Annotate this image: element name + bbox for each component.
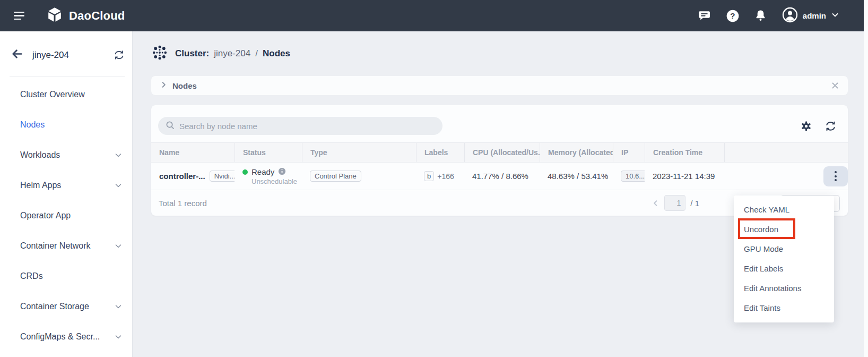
sidebar-item-helm-apps[interactable]: Helm Apps xyxy=(0,170,132,200)
switch-cluster-icon[interactable] xyxy=(114,49,125,61)
table-row: controller-... Nvidi... Ready Unschedula… xyxy=(151,163,848,190)
sidebar-item-container-network[interactable]: Container Network xyxy=(0,231,132,261)
status-label: Ready xyxy=(251,167,274,176)
sidebar-item-nodes[interactable]: Nodes xyxy=(0,109,132,140)
settings-gear-icon[interactable] xyxy=(799,119,813,133)
breadcrumb-page-title: Nodes xyxy=(263,48,290,59)
notification-bell-icon[interactable] xyxy=(754,9,768,23)
chevron-down-icon xyxy=(114,302,123,311)
row-actions-kebab-button[interactable] xyxy=(823,166,848,186)
brand[interactable]: DaoCloud xyxy=(46,6,125,26)
sidebar-menu: Cluster Overview Nodes Workloads Helm Ap… xyxy=(0,77,132,352)
sidebar-item-workloads[interactable]: Workloads xyxy=(0,140,132,170)
node-actions-context-menu: Check YAML Uncordon GPU Mode Edit Labels… xyxy=(734,196,834,322)
cluster-dots-icon xyxy=(151,44,168,63)
sidebar-item-container-storage[interactable]: Container Storage xyxy=(0,291,132,321)
user-menu[interactable]: admin xyxy=(782,7,839,25)
brand-name: DaoCloud xyxy=(69,9,125,23)
page-number-input[interactable] xyxy=(664,195,685,211)
chevron-down-icon xyxy=(114,151,123,159)
column-header-ip[interactable]: IP xyxy=(613,143,645,162)
page-count-label: / 1 xyxy=(690,199,699,208)
column-header-cpu[interactable]: CPU (Allocated/Us... xyxy=(464,143,540,162)
column-header-status[interactable]: Status xyxy=(235,143,302,162)
sidebar-item-crds[interactable]: CRDs xyxy=(0,261,132,291)
chevron-down-icon xyxy=(114,242,123,250)
search-icon xyxy=(166,121,175,132)
tab-nodes[interactable]: Nodes xyxy=(172,81,197,90)
pagination-prev-icon[interactable] xyxy=(652,199,659,207)
search-input[interactable] xyxy=(179,122,435,131)
menu-item-gpu-mode[interactable]: GPU Mode xyxy=(734,239,834,259)
status-unschedulable-label: Unschedulable xyxy=(251,177,297,185)
chevron-down-icon xyxy=(114,333,123,341)
menu-item-edit-labels[interactable]: Edit Labels xyxy=(734,259,834,278)
sidebar-cluster-name: jinye-204 xyxy=(32,50,69,61)
hamburger-menu-icon[interactable] xyxy=(14,12,27,20)
menu-item-edit-annotations[interactable]: Edit Annotations xyxy=(734,278,834,298)
top-navbar: DaoCloud ? admin xyxy=(0,0,868,31)
daocloud-logo-icon xyxy=(46,6,64,26)
ip-chip[interactable]: 10.6... xyxy=(621,171,645,182)
sidebar: jinye-204 Cluster Overview Nodes Workloa… xyxy=(0,31,133,357)
page-header: Cluster: jinye-204 / Nodes xyxy=(133,31,868,76)
sidebar-item-operator-app[interactable]: Operator App xyxy=(0,200,132,231)
chevron-down-icon xyxy=(831,11,839,21)
nodes-table: Name Status Type Labels CPU (Allocated/U… xyxy=(151,142,848,190)
menu-item-edit-taints[interactable]: Edit Taints xyxy=(734,298,834,318)
creation-time-value: 2023-11-21 14:39 xyxy=(653,172,715,181)
avatar-icon xyxy=(782,7,798,25)
total-records-label: Total 1 record xyxy=(159,199,207,208)
sidebar-item-configmaps-secrets[interactable]: ConfigMaps & Secr... xyxy=(0,321,132,352)
cpu-usage-value: 41.77% / 8.66% xyxy=(472,172,528,181)
menu-item-check-yaml[interactable]: Check YAML xyxy=(734,200,834,219)
label-chip: b xyxy=(424,171,434,181)
scrollbar-track[interactable] xyxy=(864,0,868,357)
column-header-actions xyxy=(724,143,848,162)
column-header-name[interactable]: Name xyxy=(151,143,235,162)
username-label: admin xyxy=(803,11,826,20)
column-header-creation-time[interactable]: Creation Time xyxy=(645,143,724,162)
close-icon[interactable] xyxy=(831,81,839,90)
info-icon[interactable] xyxy=(278,167,286,177)
node-type-chip: Control Plane xyxy=(310,171,361,182)
breadcrumb-cluster-label: Cluster: xyxy=(175,48,209,59)
column-header-type[interactable]: Type xyxy=(302,143,416,162)
svg-text:?: ? xyxy=(730,11,735,20)
labels-more-count[interactable]: +166 xyxy=(437,172,454,181)
column-header-labels[interactable]: Labels xyxy=(416,143,464,162)
breadcrumb-cluster-name[interactable]: jinye-204 xyxy=(214,48,250,59)
node-name-chip: Nvidi... xyxy=(210,171,235,182)
column-header-memory[interactable]: Memory (Allocated... xyxy=(540,143,613,162)
status-ready-dot xyxy=(242,169,248,175)
back-arrow-icon[interactable] xyxy=(11,47,24,63)
section-tab-bar: Nodes xyxy=(151,76,848,95)
help-icon[interactable]: ? xyxy=(726,9,740,23)
menu-item-uncordon[interactable]: Uncordon xyxy=(734,219,834,239)
refresh-icon[interactable] xyxy=(823,119,837,133)
breadcrumb-separator: / xyxy=(255,48,258,59)
table-header-row: Name Status Type Labels CPU (Allocated/U… xyxy=(151,142,848,163)
chevron-right-icon[interactable] xyxy=(160,81,168,91)
pagination: / 1 xyxy=(652,195,699,211)
message-icon[interactable] xyxy=(698,9,711,23)
search-box[interactable] xyxy=(158,117,442,135)
chevron-down-icon xyxy=(114,181,123,190)
sidebar-item-cluster-overview[interactable]: Cluster Overview xyxy=(0,79,132,109)
node-name-link[interactable]: controller-... xyxy=(159,172,205,181)
memory-usage-value: 48.63% / 53.41% xyxy=(548,172,608,181)
